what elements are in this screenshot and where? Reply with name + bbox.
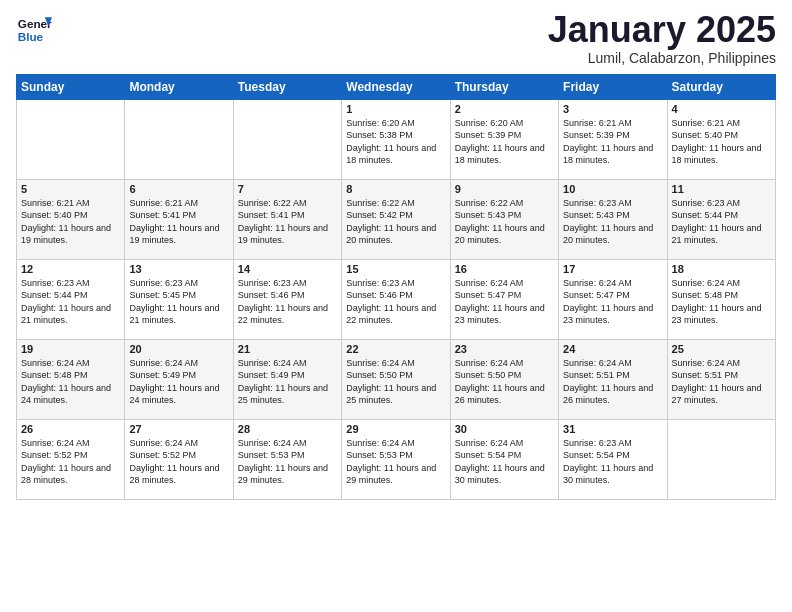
day-info: Sunrise: 6:21 AM Sunset: 5:39 PM Dayligh…	[563, 117, 662, 167]
day-info: Sunrise: 6:24 AM Sunset: 5:54 PM Dayligh…	[455, 437, 554, 487]
calendar-cell	[17, 99, 125, 179]
day-info: Sunrise: 6:20 AM Sunset: 5:39 PM Dayligh…	[455, 117, 554, 167]
location: Lumil, Calabarzon, Philippines	[548, 50, 776, 66]
day-info: Sunrise: 6:21 AM Sunset: 5:40 PM Dayligh…	[21, 197, 120, 247]
day-info: Sunrise: 6:22 AM Sunset: 5:42 PM Dayligh…	[346, 197, 445, 247]
day-number: 15	[346, 263, 445, 275]
day-info: Sunrise: 6:24 AM Sunset: 5:53 PM Dayligh…	[238, 437, 337, 487]
day-number: 28	[238, 423, 337, 435]
calendar-cell: 13Sunrise: 6:23 AM Sunset: 5:45 PM Dayli…	[125, 259, 233, 339]
calendar-cell: 17Sunrise: 6:24 AM Sunset: 5:47 PM Dayli…	[559, 259, 667, 339]
day-info: Sunrise: 6:24 AM Sunset: 5:47 PM Dayligh…	[563, 277, 662, 327]
day-number: 20	[129, 343, 228, 355]
calendar-cell: 24Sunrise: 6:24 AM Sunset: 5:51 PM Dayli…	[559, 339, 667, 419]
day-number: 29	[346, 423, 445, 435]
day-number: 9	[455, 183, 554, 195]
header-tuesday: Tuesday	[233, 74, 341, 99]
day-info: Sunrise: 6:24 AM Sunset: 5:47 PM Dayligh…	[455, 277, 554, 327]
day-info: Sunrise: 6:24 AM Sunset: 5:52 PM Dayligh…	[21, 437, 120, 487]
header-sunday: Sunday	[17, 74, 125, 99]
calendar-cell: 18Sunrise: 6:24 AM Sunset: 5:48 PM Dayli…	[667, 259, 775, 339]
logo: General Blue	[16, 10, 52, 46]
day-number: 7	[238, 183, 337, 195]
day-number: 1	[346, 103, 445, 115]
calendar-cell: 20Sunrise: 6:24 AM Sunset: 5:49 PM Dayli…	[125, 339, 233, 419]
calendar-cell: 31Sunrise: 6:23 AM Sunset: 5:54 PM Dayli…	[559, 419, 667, 499]
calendar-cell: 3Sunrise: 6:21 AM Sunset: 5:39 PM Daylig…	[559, 99, 667, 179]
day-number: 25	[672, 343, 771, 355]
title-block: January 2025 Lumil, Calabarzon, Philippi…	[548, 10, 776, 66]
week-row-2: 5Sunrise: 6:21 AM Sunset: 5:40 PM Daylig…	[17, 179, 776, 259]
day-info: Sunrise: 6:23 AM Sunset: 5:46 PM Dayligh…	[346, 277, 445, 327]
day-info: Sunrise: 6:24 AM Sunset: 5:52 PM Dayligh…	[129, 437, 228, 487]
calendar-cell: 26Sunrise: 6:24 AM Sunset: 5:52 PM Dayli…	[17, 419, 125, 499]
calendar-cell	[667, 419, 775, 499]
calendar-cell: 9Sunrise: 6:22 AM Sunset: 5:43 PM Daylig…	[450, 179, 558, 259]
day-number: 11	[672, 183, 771, 195]
day-info: Sunrise: 6:21 AM Sunset: 5:41 PM Dayligh…	[129, 197, 228, 247]
calendar-cell: 30Sunrise: 6:24 AM Sunset: 5:54 PM Dayli…	[450, 419, 558, 499]
calendar-cell: 22Sunrise: 6:24 AM Sunset: 5:50 PM Dayli…	[342, 339, 450, 419]
day-number: 16	[455, 263, 554, 275]
calendar-cell: 15Sunrise: 6:23 AM Sunset: 5:46 PM Dayli…	[342, 259, 450, 339]
header-saturday: Saturday	[667, 74, 775, 99]
day-info: Sunrise: 6:24 AM Sunset: 5:48 PM Dayligh…	[21, 357, 120, 407]
day-info: Sunrise: 6:24 AM Sunset: 5:53 PM Dayligh…	[346, 437, 445, 487]
day-info: Sunrise: 6:24 AM Sunset: 5:51 PM Dayligh…	[672, 357, 771, 407]
month-title: January 2025	[548, 10, 776, 50]
calendar-table: Sunday Monday Tuesday Wednesday Thursday…	[16, 74, 776, 500]
day-number: 12	[21, 263, 120, 275]
calendar-cell: 11Sunrise: 6:23 AM Sunset: 5:44 PM Dayli…	[667, 179, 775, 259]
day-number: 27	[129, 423, 228, 435]
calendar-cell: 29Sunrise: 6:24 AM Sunset: 5:53 PM Dayli…	[342, 419, 450, 499]
day-number: 17	[563, 263, 662, 275]
day-info: Sunrise: 6:20 AM Sunset: 5:38 PM Dayligh…	[346, 117, 445, 167]
header-monday: Monday	[125, 74, 233, 99]
calendar-cell: 27Sunrise: 6:24 AM Sunset: 5:52 PM Dayli…	[125, 419, 233, 499]
day-info: Sunrise: 6:24 AM Sunset: 5:49 PM Dayligh…	[129, 357, 228, 407]
calendar-cell: 23Sunrise: 6:24 AM Sunset: 5:50 PM Dayli…	[450, 339, 558, 419]
calendar-page: General Blue January 2025 Lumil, Calabar…	[0, 0, 792, 612]
day-number: 18	[672, 263, 771, 275]
day-number: 13	[129, 263, 228, 275]
day-number: 30	[455, 423, 554, 435]
weekday-header-row: Sunday Monday Tuesday Wednesday Thursday…	[17, 74, 776, 99]
calendar-cell: 8Sunrise: 6:22 AM Sunset: 5:42 PM Daylig…	[342, 179, 450, 259]
day-number: 23	[455, 343, 554, 355]
day-info: Sunrise: 6:23 AM Sunset: 5:44 PM Dayligh…	[672, 197, 771, 247]
svg-text:Blue: Blue	[18, 30, 44, 43]
header: General Blue January 2025 Lumil, Calabar…	[16, 10, 776, 66]
calendar-cell: 25Sunrise: 6:24 AM Sunset: 5:51 PM Dayli…	[667, 339, 775, 419]
day-info: Sunrise: 6:23 AM Sunset: 5:54 PM Dayligh…	[563, 437, 662, 487]
week-row-5: 26Sunrise: 6:24 AM Sunset: 5:52 PM Dayli…	[17, 419, 776, 499]
day-number: 2	[455, 103, 554, 115]
calendar-cell: 1Sunrise: 6:20 AM Sunset: 5:38 PM Daylig…	[342, 99, 450, 179]
day-info: Sunrise: 6:24 AM Sunset: 5:48 PM Dayligh…	[672, 277, 771, 327]
calendar-cell: 12Sunrise: 6:23 AM Sunset: 5:44 PM Dayli…	[17, 259, 125, 339]
calendar-cell: 10Sunrise: 6:23 AM Sunset: 5:43 PM Dayli…	[559, 179, 667, 259]
calendar-cell	[125, 99, 233, 179]
day-number: 4	[672, 103, 771, 115]
day-number: 24	[563, 343, 662, 355]
logo-icon: General Blue	[16, 10, 52, 46]
day-info: Sunrise: 6:23 AM Sunset: 5:46 PM Dayligh…	[238, 277, 337, 327]
week-row-1: 1Sunrise: 6:20 AM Sunset: 5:38 PM Daylig…	[17, 99, 776, 179]
week-row-3: 12Sunrise: 6:23 AM Sunset: 5:44 PM Dayli…	[17, 259, 776, 339]
header-friday: Friday	[559, 74, 667, 99]
calendar-cell: 6Sunrise: 6:21 AM Sunset: 5:41 PM Daylig…	[125, 179, 233, 259]
week-row-4: 19Sunrise: 6:24 AM Sunset: 5:48 PM Dayli…	[17, 339, 776, 419]
calendar-cell: 14Sunrise: 6:23 AM Sunset: 5:46 PM Dayli…	[233, 259, 341, 339]
header-wednesday: Wednesday	[342, 74, 450, 99]
calendar-cell: 2Sunrise: 6:20 AM Sunset: 5:39 PM Daylig…	[450, 99, 558, 179]
day-info: Sunrise: 6:23 AM Sunset: 5:44 PM Dayligh…	[21, 277, 120, 327]
day-number: 3	[563, 103, 662, 115]
calendar-cell: 4Sunrise: 6:21 AM Sunset: 5:40 PM Daylig…	[667, 99, 775, 179]
day-number: 19	[21, 343, 120, 355]
day-number: 5	[21, 183, 120, 195]
calendar-cell: 21Sunrise: 6:24 AM Sunset: 5:49 PM Dayli…	[233, 339, 341, 419]
calendar-cell	[233, 99, 341, 179]
day-number: 8	[346, 183, 445, 195]
header-thursday: Thursday	[450, 74, 558, 99]
calendar-cell: 16Sunrise: 6:24 AM Sunset: 5:47 PM Dayli…	[450, 259, 558, 339]
day-number: 6	[129, 183, 228, 195]
